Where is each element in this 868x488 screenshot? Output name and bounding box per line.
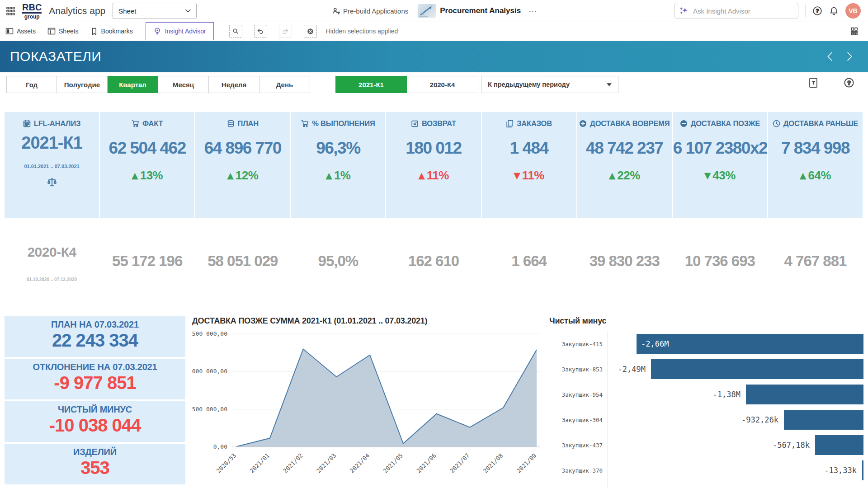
assets-icon <box>5 27 14 35</box>
insight-bulb-icon <box>153 27 161 35</box>
top-bar-right: ? VB <box>675 0 861 22</box>
rbc-group-logo: RBC group <box>22 3 42 19</box>
period-button-Месяц[interactable]: Месяц <box>158 76 209 93</box>
bar-Закупщик-954[interactable] <box>746 385 863 404</box>
search-input[interactable] <box>692 7 793 15</box>
help-circle-icon[interactable]: ? <box>844 77 854 88</box>
kpi-card-6: ДОСТАВКА ВОВРЕМЯ48 742 237▲22% <box>577 112 672 218</box>
summary-label: ОТКЛОНЕНИЕ НА 07.03.2021 <box>33 362 157 372</box>
more-options-icon[interactable]: ⋯ <box>528 6 538 16</box>
triangle-up-icon: ▲ <box>609 171 616 180</box>
area-series[interactable] <box>236 349 537 447</box>
bar-value-label: -932,26k <box>741 407 778 432</box>
bar-row-Закупщик-415: Закупщик-415-2,66M <box>549 331 863 357</box>
late-delivery-area-chart: ДОСТАВКА ПОЗЖЕ СУММА 2021-К1 (01.01.2021… <box>192 316 545 487</box>
period-button-День[interactable]: День <box>259 76 310 93</box>
triangle-up-icon: ▲ <box>132 171 138 180</box>
kpi-period-range: 01.01.2021 .. 07.03.2021 <box>24 164 79 169</box>
avatar[interactable]: VB <box>845 3 861 19</box>
period-button-Полугодие[interactable]: Полугодие <box>57 76 108 93</box>
x-axis-label: 2021/02 <box>282 452 304 474</box>
bar-Закупщик-415[interactable]: -2,66M <box>637 334 863 354</box>
bar-row-Закупщик-853: Закупщик-853-2,49M <box>549 357 863 382</box>
summary-value: -10 038 044 <box>49 415 141 436</box>
kpi-delta: ▼11% <box>514 169 544 183</box>
prebuild-applications-link[interactable]: Pre-build Applications <box>332 7 408 15</box>
kpi-value: 96,3% <box>316 139 360 158</box>
minus-circle-icon <box>680 120 688 127</box>
redo-button[interactable] <box>279 25 292 38</box>
kpi-card-header: % ВЫПОЛНЕНИЯ <box>301 119 375 128</box>
summary-value: -9 977 851 <box>54 372 136 393</box>
filter-row: ГодПолугодиеКварталМесяцНеделяДень 2021-… <box>0 72 868 97</box>
clear-selections-button[interactable] <box>304 25 317 38</box>
insight-advisor-label: Insight Advisor <box>165 28 206 35</box>
area-chart-plot[interactable]: 0,00500 000,001 000 000,001 500 000,0020… <box>192 326 545 488</box>
bar-Закупщик-437[interactable] <box>815 435 863 455</box>
bookmarks-button[interactable]: Bookmarks <box>90 28 133 35</box>
sheets-icon <box>47 27 56 35</box>
selection-search-button[interactable] <box>229 25 242 38</box>
user-group-icon <box>332 7 340 15</box>
kpi-card-header: ПЛАН <box>227 119 259 128</box>
help-icon[interactable]: ? <box>812 6 822 16</box>
undo-button[interactable] <box>254 25 267 38</box>
quarter-button-2020-К4[interactable]: 2020-К4 <box>407 76 478 93</box>
sheet-selector-dropdown[interactable]: Sheet <box>113 3 197 19</box>
previous-value-5: 1 664 <box>482 242 576 292</box>
sparkle-icon <box>680 7 688 15</box>
sheet-grid-icon[interactable] <box>850 27 859 36</box>
kpi-delta: ▲22% <box>609 169 640 183</box>
kpi-delta-value: 12% <box>236 169 259 183</box>
next-sheet-arrow[interactable] <box>847 52 853 61</box>
kpi-card-7: ДОСТАВКА ПОЗЖЕ6 107 2380x2▼43% <box>673 112 767 218</box>
previous-period-cell: 2020-К4 01.10.2020 .. 07.12.2020 <box>5 242 99 292</box>
scales-icon <box>47 177 57 187</box>
insight-advisor-search[interactable] <box>675 3 798 19</box>
previous-value-2: 58 051 029 <box>195 242 290 292</box>
sheet-selector-value: Sheet <box>118 7 136 15</box>
kpi-label: LFL-АНАЛИЗ <box>34 119 80 128</box>
x-axis-label: 2021/03 <box>315 452 337 474</box>
summary-label: ЧИСТЫЙ МИНУС <box>58 404 132 415</box>
kpi-delta: ▲64% <box>800 169 831 183</box>
undo-icon <box>257 28 264 35</box>
app-thumbnail <box>418 4 436 18</box>
summary-value: 353 <box>80 457 109 478</box>
bar-row-Закупщик-370: Закупщик-370-13,33k <box>549 458 863 483</box>
export-filter-icon[interactable] <box>808 77 818 89</box>
kpi-card-header: ДОСТАВКА ВОВРЕМЯ <box>579 119 670 128</box>
svg-text:?: ? <box>816 8 819 14</box>
kpi-card-3: % ВЫПОЛНЕНИЯ96,3%▲1% <box>291 112 385 218</box>
cart-icon <box>301 120 309 127</box>
dropdown-caret-icon <box>607 83 612 86</box>
sheets-button[interactable]: Sheets <box>47 27 79 35</box>
kpi-label: ДОСТАВКА ПОЗЖЕ <box>691 119 760 128</box>
bar-Закупщик-853[interactable] <box>651 359 863 379</box>
triangle-down-icon: ▼ <box>514 171 520 180</box>
top-bar: RBC group Analytics app Sheet Pre-build … <box>0 0 868 22</box>
bar-Закупщик-304[interactable] <box>784 410 863 430</box>
area-chart-svg[interactable]: 0,00500 000,001 000 000,001 500 000,0020… <box>192 326 545 487</box>
kpi-delta: ▲13% <box>132 169 163 183</box>
quarter-button-2021-К1[interactable]: 2021-К1 <box>335 76 407 93</box>
kpi-delta-value: 64% <box>808 169 831 183</box>
comparison-dropdown[interactable]: К предыдущему периоду <box>481 76 618 93</box>
bar-value-label: -13,33k <box>824 458 857 483</box>
svg-text:?: ? <box>847 80 851 86</box>
bell-icon[interactable] <box>829 6 839 16</box>
kpi-label: ФАКТ <box>142 119 163 128</box>
app-menu-grid-icon[interactable] <box>6 7 15 15</box>
x-axis-label: 2021/06 <box>415 452 437 474</box>
prev-sheet-arrow[interactable] <box>827 52 833 61</box>
svg-text:500 000,00: 500 000,00 <box>192 406 227 413</box>
period-button-Год[interactable]: Год <box>6 76 57 93</box>
orders-icon <box>506 120 514 127</box>
redo-icon <box>282 28 289 35</box>
bar-Закупщик-370[interactable] <box>862 460 863 480</box>
period-button-Неделя[interactable]: Неделя <box>209 76 259 93</box>
insight-advisor-button[interactable]: Insight Advisor <box>146 22 214 40</box>
previous-value-1: 55 172 196 <box>100 242 194 292</box>
period-button-Квартал[interactable]: Квартал <box>108 76 158 93</box>
assets-button[interactable]: Assets <box>5 27 36 35</box>
